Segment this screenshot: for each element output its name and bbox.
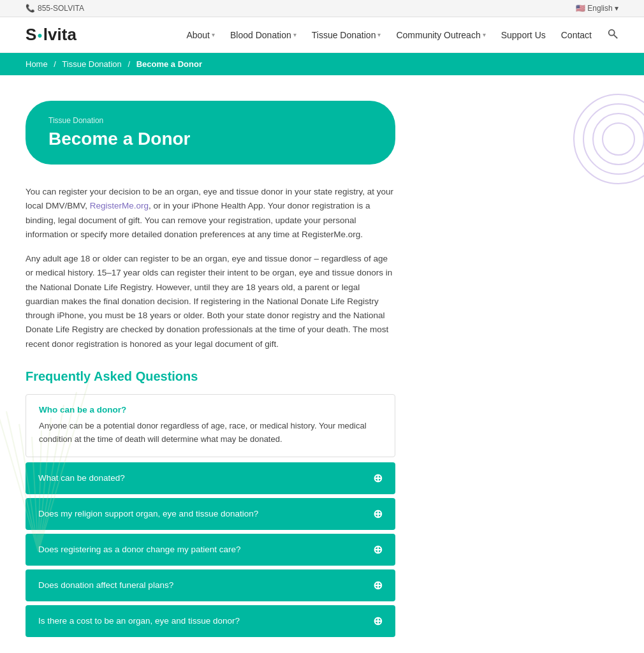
- hero-subtitle: Tissue Donation: [48, 116, 372, 125]
- main-nav: About ▾ Blood Donation ▾ Tissue Donation…: [186, 28, 618, 42]
- chevron-down-icon: ▾: [615, 4, 618, 13]
- faq-open-answer: Anyone can be a potential donor regardle…: [39, 420, 382, 446]
- breadcrumb-home[interactable]: Home: [26, 59, 48, 69]
- nav-blood-donation[interactable]: Blood Donation ▾: [230, 30, 296, 40]
- nav-tissue-donation[interactable]: Tissue Donation ▾: [312, 30, 381, 40]
- svg-line-1: [614, 34, 617, 38]
- chevron-down-icon: ▾: [212, 31, 215, 38]
- logo[interactable]: S●lvita: [26, 25, 77, 45]
- plus-icon: ⊕: [373, 578, 383, 592]
- search-icon: [607, 28, 618, 40]
- deco-circles: [529, 88, 644, 216]
- body-paragraph-2: Any adult age 18 or older can register t…: [26, 252, 395, 351]
- breadcrumb-tissue-donation[interactable]: Tissue Donation: [62, 59, 121, 69]
- plus-icon: ⊕: [373, 471, 383, 485]
- svg-point-3: [583, 104, 644, 174]
- hero-banner: Tissue Donation Become a Donor: [26, 101, 395, 165]
- header: S●lvita About ▾ Blood Donation ▾ Tissue …: [0, 17, 644, 53]
- faq-item-0[interactable]: What can be donated? ⊕: [26, 462, 395, 494]
- breadcrumb-current: Become a Donor: [136, 59, 202, 69]
- breadcrumb: Home / Tissue Donation / Become a Donor: [0, 53, 644, 75]
- faq-section-title: Frequently Asked Questions: [26, 369, 395, 384]
- search-button[interactable]: [607, 28, 618, 42]
- faq-item-1[interactable]: Does my religion support organ, eye and …: [26, 498, 395, 530]
- main-content: Tissue Donation Become a Donor You can r…: [0, 75, 644, 653]
- language-selector[interactable]: 🇺🇸 English ▾: [576, 4, 618, 13]
- register-me-link[interactable]: RegisterMe.org: [90, 201, 149, 210]
- svg-point-4: [593, 114, 644, 165]
- plus-icon: ⊕: [373, 543, 383, 557]
- hero-title: Become a Donor: [48, 129, 372, 149]
- svg-point-5: [603, 123, 634, 155]
- phone-icon: 📞: [26, 4, 35, 13]
- svg-point-2: [574, 94, 644, 184]
- plus-icon: ⊕: [373, 614, 383, 628]
- faq-item-2[interactable]: Does registering as a donor change my pa…: [26, 534, 395, 566]
- faq-open-question: Who can be a donor?: [39, 405, 382, 415]
- plus-icon: ⊕: [373, 507, 383, 521]
- faq-item-3[interactable]: Does donation affect funeral plans? ⊕: [26, 569, 395, 601]
- nav-about[interactable]: About ▾: [186, 30, 215, 40]
- chevron-down-icon: ▾: [483, 31, 486, 38]
- faq-open-item[interactable]: Who can be a donor? Anyone can be a pote…: [26, 394, 395, 457]
- chevron-down-icon: ▾: [293, 31, 296, 38]
- chevron-down-icon: ▾: [377, 31, 381, 38]
- phone-number: 📞 855-SOLVITA: [26, 4, 84, 13]
- body-paragraph-1: You can register your decision to be an …: [26, 185, 395, 242]
- nav-contact[interactable]: Contact: [561, 30, 592, 40]
- faq-item-4[interactable]: Is there a cost to be an organ, eye and …: [26, 605, 395, 637]
- svg-point-0: [609, 29, 615, 35]
- nav-community-outreach[interactable]: Community Outreach ▾: [396, 30, 485, 40]
- nav-support-us[interactable]: Support Us: [501, 30, 546, 40]
- top-bar: 📞 855-SOLVITA 🇺🇸 English ▾: [0, 0, 644, 17]
